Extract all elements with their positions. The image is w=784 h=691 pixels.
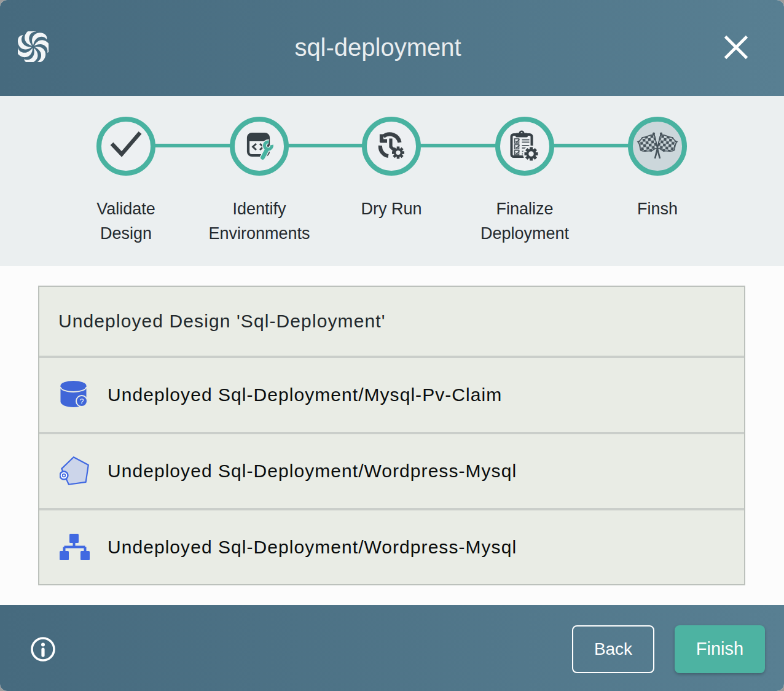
svg-text:?: ? [80, 397, 84, 405]
